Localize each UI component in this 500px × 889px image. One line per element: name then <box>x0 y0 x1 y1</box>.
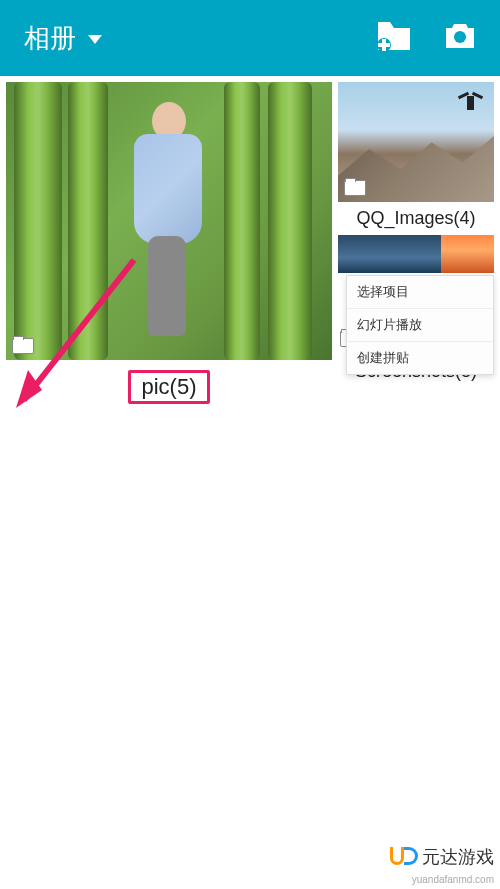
camera-icon[interactable] <box>444 22 476 54</box>
folder-icon <box>344 180 366 196</box>
album-grid: pic(5) QQ_Images(4) <box>0 76 500 418</box>
context-menu: 选择项目 幻灯片播放 创建拼贴 <box>346 275 494 375</box>
thumbnail-part <box>441 235 494 273</box>
thumbnail-part <box>338 235 441 273</box>
menu-item-collage[interactable]: 创建拼贴 <box>347 342 493 374</box>
album-pic[interactable]: pic(5) <box>6 82 332 412</box>
album-qq-images[interactable]: QQ_Images(4) <box>338 82 494 235</box>
highlighted-label: pic(5) <box>128 370 209 404</box>
header-actions <box>376 20 476 56</box>
album-label: QQ_Images(4) <box>338 202 494 235</box>
album-label: pic(5) <box>6 362 332 412</box>
watermark-url: yuandafanmd.com <box>412 874 494 885</box>
app-header: 相册 <box>0 0 500 76</box>
folder-icon <box>12 338 34 354</box>
watermark-logo-icon <box>390 845 418 869</box>
header-title: 相册 <box>24 21 76 56</box>
svg-point-3 <box>454 31 466 43</box>
menu-item-select[interactable]: 选择项目 <box>347 276 493 309</box>
album-screenshots[interactable]: 选择项目 幻灯片播放 创建拼贴 Screenshots(8) <box>338 235 494 388</box>
album-thumbnail <box>338 82 494 202</box>
header-title-dropdown[interactable]: 相册 <box>24 21 102 56</box>
right-column: QQ_Images(4) 选择项目 幻灯片播放 创建拼贴 Screenshots… <box>338 82 494 412</box>
svg-rect-2 <box>378 43 390 47</box>
menu-item-slideshow[interactable]: 幻灯片播放 <box>347 309 493 342</box>
watermark: 元达游戏 <box>390 845 494 869</box>
watermark-text: 元达游戏 <box>422 845 494 869</box>
add-folder-icon[interactable] <box>376 20 412 56</box>
album-thumbnail <box>6 82 332 360</box>
dropdown-arrow-icon <box>88 35 102 44</box>
